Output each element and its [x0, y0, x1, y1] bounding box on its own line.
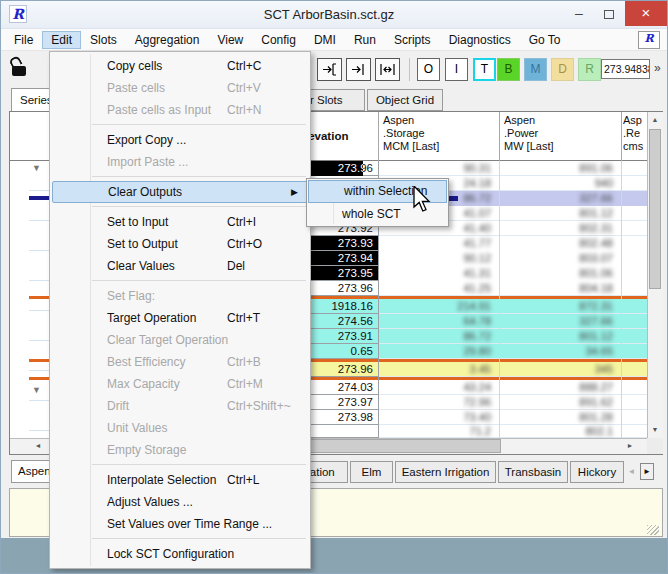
table-row[interactable]: 1918.16214.91872.31: [261, 299, 647, 314]
table-row[interactable]: 273.9490.12803.07: [261, 251, 647, 266]
tab-object-transbasin[interactable]: Transbasin: [498, 461, 568, 483]
flag-button-d[interactable]: D: [551, 58, 574, 81]
table-row[interactable]: 273.9873.40801.28: [261, 410, 647, 425]
riverware-toolbar-icon[interactable]: R: [638, 31, 660, 49]
menu-item-clear-values[interactable]: Clear ValuesDel: [50, 255, 310, 277]
storage-cell-blurred[interactable]: 29.80: [378, 344, 499, 359]
menu-config[interactable]: Config: [252, 31, 305, 49]
power-cell-blurred[interactable]: 803.07: [499, 251, 621, 266]
flag-button-i[interactable]: I: [445, 58, 468, 81]
menu-dmi[interactable]: DMI: [305, 31, 345, 49]
power-cell-blurred[interactable]: 801.12: [499, 329, 621, 344]
menu-go-to[interactable]: Go To: [520, 31, 570, 49]
storage-cell-blurred[interactable]: 90.31: [378, 161, 499, 176]
menu-item-lock-sct-configuration[interactable]: Lock SCT Configuration: [50, 543, 310, 565]
menu-item-clear-target-operation[interactable]: Clear Target Operation: [50, 329, 310, 351]
menu-diagnostics[interactable]: Diagnostics: [440, 31, 520, 49]
h-scroll-right-icon[interactable]: ►: [621, 438, 639, 454]
tab-object-hickory[interactable]: Hickory: [570, 461, 624, 483]
menu-file[interactable]: File: [5, 31, 42, 49]
power-cell-blurred[interactable]: 804.18: [499, 281, 621, 296]
table-row[interactable]: 273.963.45345: [261, 362, 647, 377]
menu-item-target-operation[interactable]: Target OperationCtrl+T: [50, 307, 310, 329]
minimize-button[interactable]: –: [565, 2, 593, 24]
menu-item-paste-cells[interactable]: Paste cellsCtrl+V: [50, 77, 310, 99]
goto-end-icon[interactable]: [346, 58, 371, 81]
goto-start-icon[interactable]: [317, 58, 342, 81]
v-scroll-down-icon[interactable]: ▼: [647, 422, 663, 438]
maximize-button[interactable]: [595, 2, 623, 24]
flag-button-r[interactable]: R: [578, 58, 601, 81]
power-cell-blurred[interactable]: 802.48: [499, 236, 621, 251]
power-cell-blurred[interactable]: 327.66: [499, 314, 621, 329]
cell-value-field[interactable]: 273.9483870: [601, 59, 650, 79]
table-row[interactable]: 0.6529.8034.65: [261, 344, 647, 359]
power-cell-blurred[interactable]: 802.31: [499, 221, 621, 236]
menu-run[interactable]: Run: [345, 31, 385, 49]
menu-item-export-copy[interactable]: Export Copy ...: [50, 129, 310, 151]
storage-cell-blurred[interactable]: 3.45: [378, 362, 499, 377]
menu-item-best-efficiency[interactable]: Best EfficiencyCtrl+B: [50, 351, 310, 373]
menu-aggregation[interactable]: Aggregation: [126, 31, 209, 49]
menu-edit[interactable]: Edit: [42, 31, 81, 49]
storage-cell-blurred[interactable]: 71.2: [378, 425, 499, 438]
power-cell-blurred[interactable]: 801.06: [499, 266, 621, 281]
menu-item-max-capacity[interactable]: Max CapacityCtrl+M: [50, 373, 310, 395]
storage-cell-blurred[interactable]: 64.78: [378, 314, 499, 329]
menu-slots[interactable]: Slots: [81, 31, 126, 49]
table-row[interactable]: 273.9186.72801.12: [261, 329, 647, 344]
table-row[interactable]: 71.2802.1: [261, 425, 647, 438]
table-row[interactable]: 273.9541.31801.06: [261, 266, 647, 281]
menu-item-set-flag[interactable]: Set Flag:: [50, 285, 310, 307]
tab-object-grid[interactable]: Object Grid: [367, 89, 443, 111]
storage-cell-blurred[interactable]: 43.24: [378, 380, 499, 395]
tab-scroll-right-icon[interactable]: ►: [640, 463, 654, 480]
storage-cell-blurred[interactable]: 41.25: [378, 281, 499, 296]
menu-item-drift[interactable]: DriftCtrl+Shift+~: [50, 395, 310, 417]
storage-cell-blurred[interactable]: 41.77: [378, 236, 499, 251]
expand-range-icon[interactable]: [375, 58, 400, 81]
power-cell-blurred[interactable]: 327.66: [499, 191, 621, 206]
power-cell-blurred[interactable]: 891.62: [499, 395, 621, 410]
tab-object-eastern-irrigation[interactable]: Eastern Irrigation: [395, 461, 496, 483]
flag-button-m[interactable]: M: [524, 58, 547, 81]
menu-view[interactable]: View: [208, 31, 252, 49]
table-row[interactable]: 273.9772.96891.62: [261, 395, 647, 410]
menu-item-unit-values[interactable]: Unit Values: [50, 417, 310, 439]
menu-item-paste-cells-as-input[interactable]: Paste cells as InputCtrl+N: [50, 99, 310, 121]
menu-item-set-to-output[interactable]: Set to OutputCtrl+O: [50, 233, 310, 255]
menu-item-copy-cells[interactable]: Copy cellsCtrl+C: [50, 55, 310, 77]
power-cell-blurred[interactable]: 345: [499, 362, 621, 377]
flag-button-b[interactable]: B: [497, 58, 520, 81]
table-row[interactable]: 274.0343.24888.27: [261, 380, 647, 395]
table-row[interactable]: 274.5664.78327.66: [261, 314, 647, 329]
menu-scripts[interactable]: Scripts: [385, 31, 440, 49]
power-cell-blurred[interactable]: 891.06: [499, 161, 621, 176]
flag-button-o[interactable]: O: [417, 58, 440, 81]
power-cell-blurred[interactable]: 940: [499, 176, 621, 191]
h-scrollbar-thumb[interactable]: [303, 439, 501, 453]
power-cell-blurred[interactable]: 801.28: [499, 410, 621, 425]
storage-cell-blurred[interactable]: 214.91: [378, 299, 499, 314]
close-button[interactable]: ×: [625, 1, 667, 26]
h-scroll-left-icon[interactable]: ◄: [29, 438, 47, 454]
power-cell-blurred[interactable]: 34.65: [499, 344, 621, 359]
v-scroll-up-icon[interactable]: ▲: [647, 112, 663, 128]
storage-cell-blurred[interactable]: 41.31: [378, 266, 499, 281]
table-row[interactable]: 273.9641.25804.18: [261, 281, 647, 296]
storage-cell-blurred[interactable]: 86.72: [378, 329, 499, 344]
power-cell-blurred[interactable]: 802.1: [499, 425, 621, 438]
v-scrollbar-thumb[interactable]: [649, 129, 661, 289]
menu-item-adjust-values[interactable]: Adjust Values ...: [50, 491, 310, 513]
power-cell-blurred[interactable]: 801.12: [499, 206, 621, 221]
flag-button-t[interactable]: T: [473, 58, 496, 81]
table-row[interactable]: 273.9341.77802.48: [261, 236, 647, 251]
menu-item-import-paste[interactable]: Import Paste ...: [50, 151, 310, 173]
storage-cell-blurred[interactable]: 90.12: [378, 251, 499, 266]
menu-item-set-to-input[interactable]: Set to InputCtrl+I: [50, 211, 310, 233]
lock-button[interactable]: [7, 56, 33, 82]
tab-scroll-left-icon[interactable]: ◄: [625, 463, 638, 480]
table-row[interactable]: 273.96273.9690.31891.06: [261, 161, 647, 176]
tab-object-elm[interactable]: Elm: [350, 461, 393, 483]
menu-item-clear-outputs[interactable]: Clear Outputs▶: [52, 181, 308, 203]
